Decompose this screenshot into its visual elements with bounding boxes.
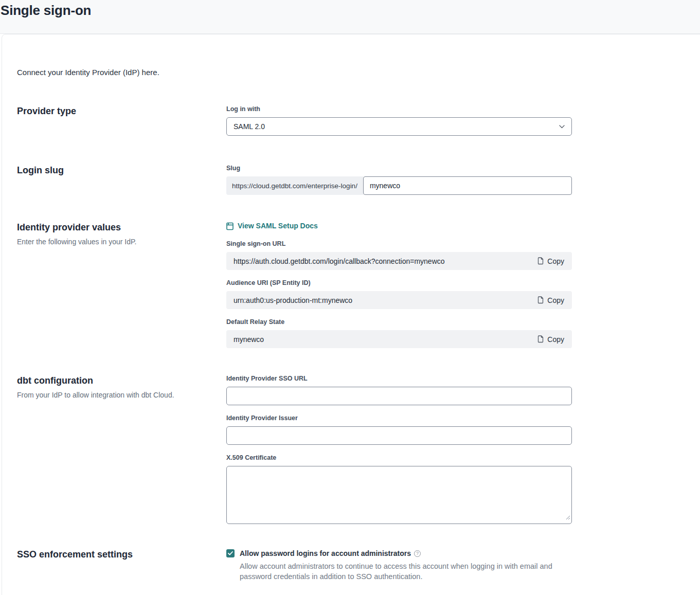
idp-sso-url-label: Identity Provider SSO URL: [226, 375, 572, 383]
copy-sso-url-button[interactable]: Copy: [537, 257, 564, 265]
audience-uri-value: urn:auth0:us-production-mt:mynewco: [234, 296, 352, 304]
view-saml-docs-link[interactable]: View SAML Setup Docs: [226, 222, 572, 230]
section-idp-values: Identity provider values Enter the follo…: [17, 222, 700, 348]
section-sso-enforcement: SSO enforcement settings Allow password …: [17, 549, 700, 582]
checkmark-icon: [228, 551, 233, 555]
slug-input[interactable]: [363, 176, 572, 195]
relay-state-label: Default Relay State: [226, 318, 572, 326]
relay-state-value-box: mynewco Copy: [226, 330, 572, 348]
section-login-slug: Login slug Slug https://cloud.getdbt.com…: [17, 165, 700, 195]
x509-certificate-label: X.509 Certificate: [226, 454, 572, 462]
docs-icon: [226, 222, 234, 230]
section-dbt-configuration: dbt configuration From your IdP to allow…: [17, 375, 700, 524]
copy-button-label: Copy: [547, 296, 564, 304]
audience-uri-value-box: urn:auth0:us-production-mt:mynewco Copy: [226, 291, 572, 309]
content-card: Connect your Identity Provider (IdP) her…: [2, 34, 700, 595]
idp-values-subtext: Enter the following values in your IdP.: [17, 237, 226, 246]
intro-text: Connect your Identity Provider (IdP) her…: [17, 67, 700, 78]
resize-handle-icon[interactable]: [566, 513, 570, 522]
allow-password-logins-label: Allow password logins for account admini…: [240, 549, 560, 558]
login-slug-heading: Login slug: [17, 165, 226, 176]
copy-relay-state-button[interactable]: Copy: [537, 335, 564, 344]
login-with-select[interactable]: SAML 2.0: [226, 117, 572, 136]
copy-button-label: Copy: [547, 257, 564, 265]
copy-icon: [537, 257, 544, 265]
copy-button-label: Copy: [547, 335, 564, 344]
x509-certificate-textarea[interactable]: [226, 466, 572, 524]
dbt-config-heading: dbt configuration: [17, 375, 226, 386]
idp-sso-url-input[interactable]: [226, 387, 572, 405]
page-header: Single sign-on: [0, 0, 700, 34]
chevron-down-icon: [559, 125, 565, 129]
copy-icon: [537, 335, 544, 343]
login-with-selected-value: SAML 2.0: [234, 122, 265, 131]
idp-issuer-label: Identity Provider Issuer: [226, 414, 572, 422]
audience-uri-label: Audience URI (SP Entity ID): [226, 279, 572, 287]
slug-prefix: https://cloud.getdbt.com/enterprise-logi…: [226, 176, 363, 195]
allow-password-logins-description: Allow account administrators to continue…: [240, 561, 560, 582]
copy-icon: [537, 296, 544, 304]
section-provider-type: Provider type Log in with SAML 2.0: [17, 105, 700, 136]
sso-url-value-box: https://auth.cloud.getdbt.com/login/call…: [226, 252, 572, 270]
provider-type-heading: Provider type: [17, 105, 226, 117]
view-saml-docs-label: View SAML Setup Docs: [238, 222, 318, 230]
copy-audience-uri-button[interactable]: Copy: [537, 296, 564, 304]
idp-values-heading: Identity provider values: [17, 222, 226, 233]
login-with-label: Log in with: [226, 105, 572, 113]
relay-state-value: mynewco: [234, 335, 264, 344]
sso-url-value: https://auth.cloud.getdbt.com/login/call…: [234, 257, 445, 265]
dbt-config-subtext: From your IdP to allow integration with …: [17, 390, 226, 400]
sso-enforcement-heading: SSO enforcement settings: [17, 549, 226, 560]
page-title: Single sign-on: [0, 0, 700, 19]
help-icon[interactable]: ?: [414, 550, 421, 557]
allow-password-logins-checkbox[interactable]: [226, 549, 235, 557]
idp-issuer-input[interactable]: [226, 426, 572, 445]
sso-url-label: Single sign-on URL: [226, 240, 572, 248]
slug-label: Slug: [226, 165, 572, 172]
